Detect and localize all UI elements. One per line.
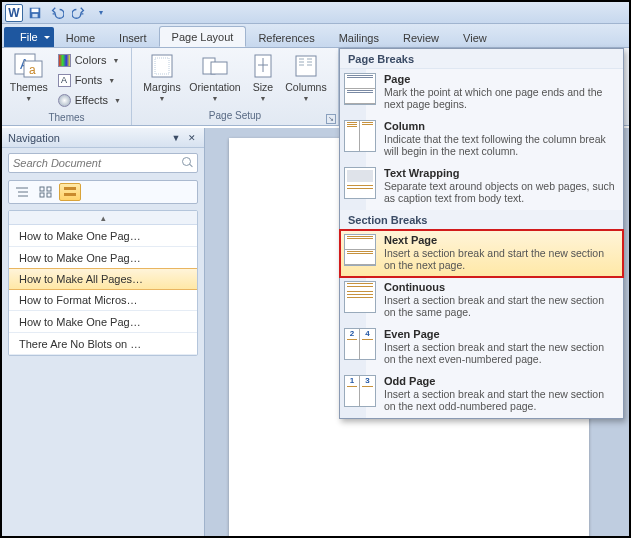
breaks-dropdown: Page Breaks PageMark the point at which …: [339, 48, 624, 419]
tab-page-layout[interactable]: Page Layout: [159, 26, 247, 47]
nav-item[interactable]: How to Format Micros…: [9, 289, 197, 311]
margins-label: Margins: [143, 82, 180, 93]
break-option-icon: [344, 281, 376, 313]
colors-label: Colors: [75, 54, 107, 66]
tab-references[interactable]: References: [246, 28, 326, 47]
fonts-icon: A: [58, 74, 71, 87]
break-option-page[interactable]: PageMark the point at which one page end…: [340, 69, 623, 116]
nav-close-button[interactable]: ✕: [186, 132, 198, 144]
break-option-title: Column: [384, 120, 615, 132]
nav-view-pages[interactable]: [35, 183, 57, 201]
orientation-icon: [201, 54, 229, 78]
break-option-desc: Separate text around objects on web page…: [384, 180, 615, 204]
word-app-icon[interactable]: W: [5, 4, 23, 22]
tab-file[interactable]: File: [4, 27, 54, 47]
nav-dropdown-button[interactable]: ▼: [170, 132, 182, 144]
group-themes-label: Themes: [2, 112, 131, 125]
fonts-button[interactable]: AFonts▼: [54, 70, 125, 90]
break-option-title: Page: [384, 73, 615, 85]
margins-button[interactable]: Margins▼: [138, 50, 186, 102]
redo-icon: [72, 6, 86, 20]
break-option-text-wrapping[interactable]: Text WrappingSeparate text around object…: [340, 163, 623, 210]
break-option-title: Next Page: [384, 234, 615, 246]
effects-label: Effects: [75, 94, 108, 106]
columns-label: Columns: [285, 82, 326, 93]
size-label: Size: [253, 82, 273, 93]
breaks-section-page: Page Breaks: [340, 49, 623, 69]
search-input[interactable]: [13, 157, 182, 169]
size-icon: [252, 53, 274, 79]
qat-undo-button[interactable]: [47, 4, 67, 22]
break-option-odd-page[interactable]: 13Odd PageInsert a section break and sta…: [340, 371, 623, 418]
tab-review[interactable]: Review: [391, 28, 451, 47]
title-bar: W ▾: [2, 2, 629, 24]
svg-rect-1: [32, 8, 39, 12]
tab-mailings[interactable]: Mailings: [327, 28, 391, 47]
ribbon-tabs: File Home Insert Page Layout References …: [2, 24, 629, 48]
navigation-pane: Navigation ▼ ✕ ▴ How to Make One Pag…How…: [2, 128, 205, 536]
qat-customize-button[interactable]: ▾: [91, 4, 111, 22]
svg-rect-33: [40, 193, 44, 197]
group-page-setup-label: Page Setup↘: [132, 110, 338, 125]
search-box[interactable]: [8, 153, 198, 173]
nav-item[interactable]: How to Make One Pag…: [9, 225, 197, 247]
orientation-label: Orientation: [189, 82, 240, 93]
nav-view-selector: [8, 180, 198, 204]
break-option-icon: [344, 120, 376, 152]
break-option-icon: 24: [344, 328, 376, 360]
themes-button[interactable]: Aa Themes ▼: [8, 50, 50, 102]
size-button[interactable]: Size▼: [244, 50, 282, 102]
svg-text:a: a: [29, 63, 36, 77]
themes-label: Themes: [10, 82, 48, 93]
tab-insert[interactable]: Insert: [107, 28, 159, 47]
nav-view-headings[interactable]: [11, 183, 33, 201]
break-option-desc: Indicate that the text following the col…: [384, 133, 615, 157]
break-option-icon: 13: [344, 375, 376, 407]
break-option-title: Text Wrapping: [384, 167, 615, 179]
svg-rect-32: [47, 187, 51, 191]
orientation-button[interactable]: Orientation▼: [186, 50, 244, 102]
qat-save-button[interactable]: [25, 4, 45, 22]
columns-icon: [294, 54, 318, 78]
break-option-continuous[interactable]: ContinuousInsert a section break and sta…: [340, 277, 623, 324]
nav-collapse-button[interactable]: ▴: [9, 211, 197, 225]
tab-home[interactable]: Home: [54, 28, 107, 47]
save-icon: [28, 6, 42, 20]
qat-redo-button[interactable]: [69, 4, 89, 22]
break-option-desc: Insert a section break and start the new…: [384, 294, 615, 318]
nav-outline-list: ▴ How to Make One Pag…How to Make One Pa…: [8, 210, 198, 356]
break-option-icon: [344, 234, 376, 266]
nav-item[interactable]: How to Make All Pages…: [8, 268, 198, 290]
break-option-title: Continuous: [384, 281, 615, 293]
break-option-title: Even Page: [384, 328, 615, 340]
group-themes: Aa Themes ▼ Colors▼ AFonts▼ Effects▼ The…: [2, 48, 132, 125]
breaks-section-section: Section Breaks: [340, 210, 623, 230]
navigation-title: Navigation: [8, 132, 60, 144]
nav-item[interactable]: How to Make One Pag…: [9, 247, 197, 269]
columns-button[interactable]: Columns▼: [282, 50, 330, 102]
nav-item[interactable]: There Are No Blots on …: [9, 333, 197, 355]
colors-button[interactable]: Colors▼: [54, 50, 125, 70]
break-option-even-page[interactable]: 24Even PageInsert a section break and st…: [340, 324, 623, 371]
page-setup-launcher[interactable]: ↘: [326, 114, 336, 124]
search-icon[interactable]: [182, 157, 193, 169]
nav-item[interactable]: How to Make One Pag…: [9, 311, 197, 333]
tab-view[interactable]: View: [451, 28, 499, 47]
break-option-desc: Insert a section break and start the new…: [384, 247, 615, 271]
svg-rect-34: [47, 193, 51, 197]
svg-rect-10: [211, 62, 227, 74]
nav-view-results[interactable]: [59, 183, 81, 201]
group-page-setup: Margins▼ Orientation▼ Size▼ Columns▼ Pag…: [132, 48, 339, 125]
break-option-desc: Mark the point at which one page ends an…: [384, 86, 615, 110]
break-option-next-page[interactable]: Next PageInsert a section break and star…: [340, 230, 623, 277]
navigation-header: Navigation ▼ ✕: [2, 128, 204, 148]
svg-rect-35: [64, 187, 76, 190]
break-option-column[interactable]: ColumnIndicate that the text following t…: [340, 116, 623, 163]
effects-button[interactable]: Effects▼: [54, 90, 125, 110]
themes-icon: Aa: [14, 53, 44, 79]
undo-icon: [50, 6, 64, 20]
margins-icon: [149, 53, 175, 79]
colors-icon: [58, 54, 71, 67]
break-option-desc: Insert a section break and start the new…: [384, 388, 615, 412]
break-option-desc: Insert a section break and start the new…: [384, 341, 615, 365]
